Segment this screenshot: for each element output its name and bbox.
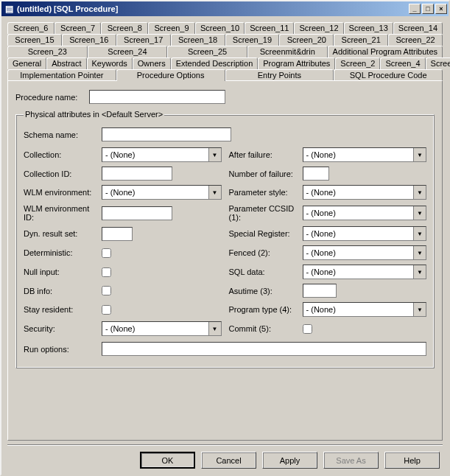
tab-screen-22[interactable]: Screen_22 [388, 34, 443, 46]
null-input-label: Null input: [24, 267, 102, 276]
tab-screen-9[interactable]: Screen_9 [148, 22, 195, 34]
tab-screen-2[interactable]: Screen_2 [335, 57, 380, 69]
ok-button[interactable]: OK [140, 452, 195, 469]
dropdown-icon: ▼ [413, 227, 426, 240]
tab-screen-7[interactable]: Screen_7 [55, 22, 102, 34]
collection-id-label: Collection ID: [24, 169, 102, 178]
fenced-select[interactable]: - (None) ▼ [303, 245, 427, 260]
param-ccsid-label: Parameter CCSID (1): [229, 204, 303, 222]
tab-strip: Screen_6Screen_7Screen_8Screen_9Screen_1… [7, 22, 443, 81]
stay-resident-checkbox[interactable] [102, 305, 111, 315]
num-failure-label: Number of failure: [229, 169, 303, 178]
program-type-select[interactable]: - (None) ▼ [303, 302, 427, 317]
cancel-button[interactable]: Cancel [201, 452, 256, 469]
tab-screen-12[interactable]: Screen_12 [294, 22, 343, 34]
procedure-name-input[interactable] [89, 90, 225, 104]
help-button[interactable]: Help [384, 452, 440, 469]
db-info-checkbox[interactable] [102, 286, 111, 295]
collection-value: - (None) [105, 150, 135, 159]
param-ccsid-value: - (None) [306, 209, 336, 217]
dyn-result-label: Dyn. result set: [24, 229, 102, 238]
tab-extended-description[interactable]: Extended Description [171, 57, 259, 69]
tab-implementation-pointer[interactable]: Implementation Pointer [7, 69, 116, 81]
group-title: Physical attributes in <Default Server> [24, 110, 164, 119]
sql-data-select[interactable]: - (None) ▼ [303, 265, 427, 279]
titlebar: ▤ (untitled) [SQL Procedure] _ □ × [1, 1, 449, 16]
security-select[interactable]: - (None) ▼ [102, 321, 222, 336]
commit-checkbox[interactable] [303, 324, 312, 334]
null-input-checkbox[interactable] [102, 267, 111, 277]
tab-screen-24[interactable]: Screen_24 [88, 46, 168, 57]
fenced-value: - (None) [306, 248, 336, 257]
tab-screen-21[interactable]: Screen_21 [334, 34, 388, 46]
after-failure-select[interactable]: - (None) ▼ [303, 147, 427, 162]
db-info-label: DB info: [24, 287, 102, 295]
tab-procedure-options[interactable]: Procedure Options [116, 69, 225, 81]
tab-screen-18[interactable]: Screen_18 [171, 34, 225, 46]
dropdown-icon: ▼ [208, 322, 221, 335]
wlm-env-select[interactable]: - (None) ▼ [102, 185, 222, 200]
param-style-select[interactable]: - (None) ▼ [303, 185, 427, 200]
wlm-env-label: WLM environment: [24, 188, 102, 197]
tab-screen-14[interactable]: Screen_14 [393, 22, 443, 34]
close-button[interactable]: × [435, 4, 447, 14]
tab-screen-6[interactable]: Screen_6 [7, 22, 55, 34]
maximize-button[interactable]: □ [422, 4, 434, 14]
num-failure-input[interactable] [303, 167, 329, 181]
tab-program-attributes[interactable]: Program Attributes [258, 57, 335, 69]
stay-resident-label: Stay resident: [24, 305, 102, 314]
save-as-button[interactable]: Save As [323, 452, 379, 469]
run-options-label: Run options: [24, 345, 102, 354]
tab-general[interactable]: General [7, 57, 46, 69]
apply-button[interactable]: Apply [262, 452, 317, 469]
tab-screen-8[interactable]: Screen_8 [101, 22, 148, 34]
app-icon: ▤ [3, 4, 15, 14]
collection-id-input[interactable] [102, 167, 172, 181]
dyn-result-input[interactable] [102, 227, 133, 241]
special-reg-select[interactable]: - (None) ▼ [303, 226, 427, 241]
deterministic-checkbox[interactable] [102, 248, 111, 258]
deterministic-label: Deterministic: [24, 248, 102, 257]
tab-additional-program-attributes[interactable]: Additional Program Attributes [328, 46, 443, 57]
tab-screen-23[interactable]: Screen_23 [7, 46, 88, 57]
minimize-button[interactable]: _ [409, 4, 421, 14]
tab-screen-11[interactable]: Screen_11 [245, 22, 294, 34]
procedure-name-label: Procedure name: [15, 93, 89, 102]
schema-name-input[interactable] [102, 127, 231, 141]
tab-screen-25[interactable]: Screen_25 [167, 46, 247, 57]
tab-entry-points[interactable]: Entry Points [225, 69, 334, 81]
tab-owners[interactable]: Owners [133, 57, 171, 69]
commit-label: Commit (5): [229, 324, 303, 333]
tab-screen-17[interactable]: Screen_17 [116, 34, 171, 46]
param-style-label: Parameter style: [229, 188, 303, 197]
tab-keywords[interactable]: Keywords [87, 57, 133, 69]
tab-sql-procedure-code[interactable]: SQL Procedure Code [334, 69, 443, 81]
asutime-input[interactable] [303, 284, 337, 298]
tab-screen-16[interactable]: Screen_16 [62, 34, 116, 46]
tab-screen-13[interactable]: Screen_13 [344, 22, 393, 34]
dropdown-icon: ▼ [208, 148, 221, 161]
tab-screen-4[interactable]: Screen_4 [380, 57, 425, 69]
special-reg-value: - (None) [306, 229, 336, 238]
run-options-input[interactable] [102, 342, 426, 356]
after-failure-label: After failure: [229, 150, 303, 159]
dropdown-icon: ▼ [413, 246, 426, 259]
asutime-label: Asutime (3): [229, 287, 303, 295]
tab-screen-10[interactable]: Screen_10 [195, 22, 245, 34]
security-label: Security: [24, 324, 102, 333]
tab-screen-20[interactable]: Screen_20 [279, 34, 334, 46]
tab-screenmit-drin[interactable]: Screenmit&drin [247, 46, 328, 57]
dropdown-icon: ▼ [208, 186, 221, 199]
tab-screen-15[interactable]: Screen_15 [7, 34, 62, 46]
tab-screen-19[interactable]: Screen_19 [225, 34, 280, 46]
wlm-env-id-input[interactable] [102, 206, 172, 220]
dialog-buttons: OK Cancel Apply Save As Help [7, 445, 443, 469]
tab-abstract[interactable]: Abstract [46, 57, 86, 69]
special-reg-label: Special Register: [229, 229, 303, 238]
param-ccsid-select[interactable]: - (None) ▼ [303, 206, 427, 220]
after-failure-value: - (None) [306, 150, 336, 159]
collection-select[interactable]: - (None) ▼ [102, 147, 222, 162]
sql-data-label: SQL data: [229, 267, 303, 276]
dropdown-icon: ▼ [413, 206, 426, 220]
tab-screen-5[interactable]: Screen_5 [426, 57, 450, 69]
